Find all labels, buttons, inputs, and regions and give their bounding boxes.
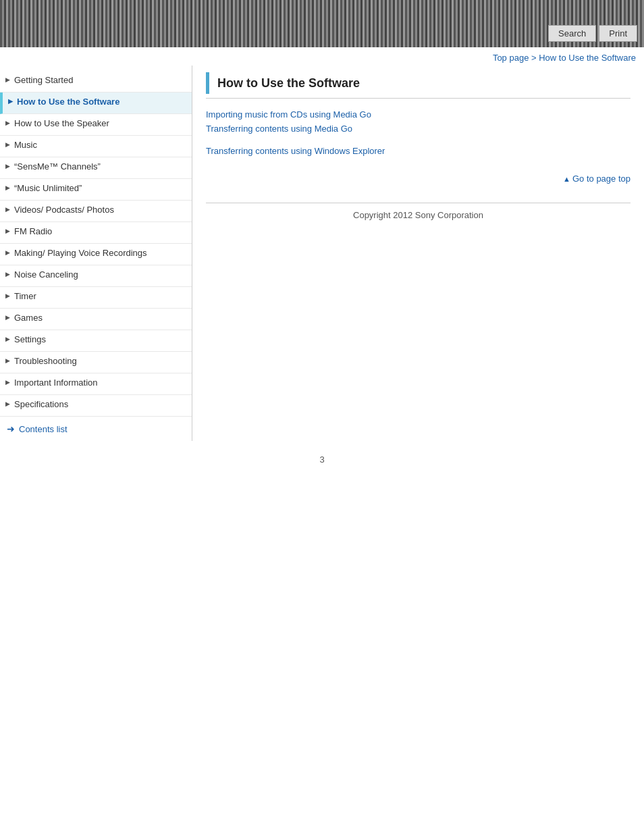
sidebar-arrow-icon: ▶ bbox=[5, 379, 10, 386]
sidebar-item-music[interactable]: ▶Music bbox=[0, 136, 192, 157]
sidebar-item-label: How to Use the Speaker bbox=[14, 118, 185, 128]
content-area: How to Use the Software Importing music … bbox=[192, 66, 644, 441]
contents-list-arrow-icon: ➜ bbox=[7, 423, 15, 434]
go-to-top-label[interactable]: Go to page top bbox=[572, 174, 630, 184]
sidebar-item-timer[interactable]: ▶Timer bbox=[0, 287, 192, 309]
sidebar-arrow-icon: ▶ bbox=[5, 228, 10, 234]
link-importing-music[interactable]: Importing music from CDs using Media Go bbox=[206, 109, 630, 120]
sidebar-item-label: Making/ Playing Voice Recordings bbox=[14, 248, 185, 258]
sidebar-arrow-icon: ▶ bbox=[5, 249, 10, 256]
content-section-1: Importing music from CDs using Media Go … bbox=[206, 109, 630, 134]
sidebar-item-how-to-use-speaker[interactable]: ▶How to Use the Speaker bbox=[0, 114, 192, 136]
sidebar-arrow-icon: ▶ bbox=[5, 76, 10, 83]
sidebar-arrow-icon: ▶ bbox=[5, 400, 10, 407]
sidebar-arrow-icon: ▶ bbox=[5, 163, 10, 170]
page-number: 3 bbox=[0, 441, 644, 478]
sidebar-arrow-icon: ▶ bbox=[5, 357, 10, 364]
sidebar-item-getting-started[interactable]: ▶Getting Started bbox=[0, 71, 192, 93]
sidebar-item-label: “Music Unlimited” bbox=[14, 183, 185, 193]
sidebar-arrow-icon: ▶ bbox=[5, 184, 10, 191]
sidebar-item-specifications[interactable]: ▶Specifications bbox=[0, 395, 192, 417]
sidebar-item-label: Noise Canceling bbox=[14, 269, 185, 280]
sidebar-item-how-to-use-software[interactable]: ▶How to Use the Software bbox=[0, 93, 192, 114]
sidebar-item-sensme-channels[interactable]: ▶“SensMe™ Channels” bbox=[0, 157, 192, 179]
sidebar-item-label: FM Radio bbox=[14, 226, 185, 236]
copyright: Copyright 2012 Sony Corporation bbox=[353, 210, 483, 220]
sidebar-arrow-icon: ▶ bbox=[5, 206, 10, 213]
page-title-accent bbox=[206, 72, 209, 94]
sidebar-item-videos-podcasts-photos[interactable]: ▶Videos/ Podcasts/ Photos bbox=[0, 201, 192, 222]
main-layout: ▶Getting Started▶How to Use the Software… bbox=[0, 66, 644, 441]
sidebar-item-settings[interactable]: ▶Settings bbox=[0, 330, 192, 352]
sidebar-item-making-playing-voice[interactable]: ▶Making/ Playing Voice Recordings bbox=[0, 244, 192, 265]
breadcrumb-current: How to Use the Software bbox=[539, 53, 636, 63]
sidebar-arrow-icon: ▶ bbox=[5, 120, 10, 126]
contents-list-link[interactable]: Contents list bbox=[19, 424, 68, 434]
sidebar-item-label: Timer bbox=[14, 291, 185, 301]
print-button[interactable]: Print bbox=[599, 25, 637, 42]
sidebar-item-fm-radio[interactable]: ▶FM Radio bbox=[0, 222, 192, 244]
page-title: How to Use the Software bbox=[217, 76, 360, 90]
sidebar-arrow-icon: ▶ bbox=[5, 141, 10, 148]
sidebar-arrow-icon: ▶ bbox=[8, 98, 13, 105]
sidebar-item-label: Important Information bbox=[14, 377, 185, 388]
sidebar-footer[interactable]: ➜ Contents list bbox=[0, 417, 192, 441]
sidebar-item-troubleshooting[interactable]: ▶Troubleshooting bbox=[0, 352, 192, 373]
sidebar-arrow-icon: ▶ bbox=[5, 336, 10, 342]
breadcrumb-top-link[interactable]: Top page bbox=[493, 53, 529, 63]
footer: Copyright 2012 Sony Corporation bbox=[206, 203, 630, 227]
sidebar-item-label: Specifications bbox=[14, 399, 185, 409]
header-buttons: Search Print bbox=[548, 25, 637, 42]
search-button[interactable]: Search bbox=[548, 25, 596, 42]
sidebar-item-label: “SensMe™ Channels” bbox=[14, 161, 185, 172]
sidebar-item-noise-canceling[interactable]: ▶Noise Canceling bbox=[0, 265, 192, 287]
sidebar: ▶Getting Started▶How to Use the Software… bbox=[0, 66, 192, 441]
sidebar-item-label: Music bbox=[14, 140, 185, 150]
sidebar-item-label: Videos/ Podcasts/ Photos bbox=[14, 205, 185, 215]
link-transferring-media-go[interactable]: Transferring contents using Media Go bbox=[206, 124, 630, 134]
page-title-bar: How to Use the Software bbox=[206, 72, 630, 99]
sidebar-item-label: Troubleshooting bbox=[14, 356, 185, 366]
sidebar-arrow-icon: ▶ bbox=[5, 314, 10, 321]
sidebar-item-games[interactable]: ▶Games bbox=[0, 309, 192, 330]
sidebar-item-label: How to Use the Software bbox=[17, 97, 185, 107]
sidebar-arrow-icon: ▶ bbox=[5, 292, 10, 299]
link-transferring-windows-explorer[interactable]: Transferring contents using Windows Expl… bbox=[206, 146, 630, 156]
go-to-top-icon: ▲ bbox=[563, 175, 572, 183]
breadcrumb-separator: > bbox=[529, 53, 539, 63]
sidebar-item-label: Getting Started bbox=[14, 75, 185, 85]
header: Search Print bbox=[0, 0, 644, 47]
sidebar-item-important-information[interactable]: ▶Important Information bbox=[0, 373, 192, 395]
sidebar-item-label: Games bbox=[14, 313, 185, 323]
sidebar-item-label: Settings bbox=[14, 334, 185, 344]
breadcrumb: Top page > How to Use the Software bbox=[0, 47, 644, 66]
sidebar-item-music-unlimited[interactable]: ▶“Music Unlimited” bbox=[0, 179, 192, 201]
sidebar-arrow-icon: ▶ bbox=[5, 271, 10, 278]
content-section-2: Transferring contents using Windows Expl… bbox=[206, 146, 630, 156]
go-to-top[interactable]: ▲ Go to page top bbox=[206, 168, 630, 189]
